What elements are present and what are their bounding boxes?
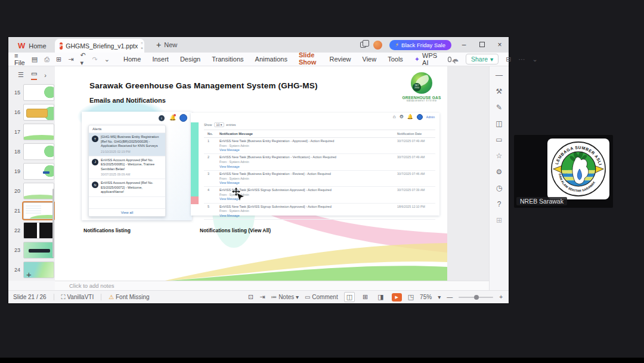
slide-thumb-image[interactable]	[23, 84, 54, 101]
slide-thumbnail-19[interactable]: 19	[8, 161, 55, 181]
font-missing-warning[interactable]: ⚠ Font Missing	[109, 294, 149, 300]
slide-sorter-button[interactable]: ⊞	[361, 293, 370, 302]
panel-collapse-icon[interactable]: ›	[44, 72, 47, 79]
slide-thumbnail-15[interactable]: 15	[8, 82, 55, 102]
outline-view-icon[interactable]: ☰	[18, 71, 24, 79]
print-icon[interactable]: ⎙	[44, 56, 49, 63]
file-menu[interactable]: ≡ File	[14, 52, 25, 66]
slide-thumbnail-21-selected[interactable]: 21	[8, 201, 55, 220]
slide-thumb-image[interactable]	[23, 143, 54, 160]
view-all-link: View all	[89, 208, 165, 216]
menu-item-home[interactable]: Home	[123, 54, 141, 64]
slide-number: 21	[12, 208, 20, 214]
slide-number: 23	[12, 247, 20, 253]
slide-view-icon[interactable]: ▭	[31, 70, 37, 80]
slide-thumbnail-20[interactable]: 20	[8, 181, 55, 201]
slide-thumb-image[interactable]	[23, 163, 54, 180]
account-avatar[interactable]	[373, 41, 382, 50]
slide-thumbnail-22[interactable]: 22	[8, 220, 55, 240]
wps-window: W Home P GHGMS_Briefing_v1.pptx ▫ * + Ne…	[8, 37, 509, 303]
task-window-icon[interactable]: ⊡	[248, 293, 253, 301]
rail-settings-icon[interactable]: ⚙	[496, 168, 503, 176]
slide-thumbnail-17[interactable]: 17	[8, 122, 55, 141]
handout-icon[interactable]: ⇥	[259, 293, 265, 301]
cell-message: EnViSS New Task [Business Entity Registr…	[219, 172, 397, 185]
sidebar-toggle-icon[interactable]: ⊟	[506, 56, 511, 63]
alert-text: EnViSS Account Approved [Ref No. ES/2025…	[101, 158, 162, 177]
rail-design-icon[interactable]: ✎	[496, 103, 502, 112]
zoom-out-button[interactable]: —	[447, 294, 453, 300]
rail-help-icon[interactable]: ?	[497, 200, 501, 208]
notes-bar[interactable]: Click to add notes	[55, 281, 489, 290]
participant-tile[interactable]: LEMBAGA SUMBER ASLI DAN ALAM SEKITAR SAR…	[514, 135, 613, 208]
quickbar-more-icon[interactable]: ⌄	[104, 56, 110, 63]
col-date: Notification Date	[397, 132, 435, 136]
slide-thumb-image[interactable]	[23, 104, 54, 121]
slide-thumb-image[interactable]	[23, 202, 54, 219]
menu-item-tools[interactable]: Tools	[387, 54, 404, 64]
window-layout-icon[interactable]	[360, 42, 366, 48]
zoom-dropdown-icon[interactable]: ▾	[438, 294, 441, 300]
print-preview-icon[interactable]: ⊞	[56, 56, 61, 63]
rail-tools-icon[interactable]: ⚒	[496, 87, 503, 96]
slide-indicator: Slide 21 / 26	[13, 294, 47, 300]
menu-item-transitions[interactable]: Transitions	[211, 54, 244, 64]
zoom-in-button[interactable]: +	[499, 294, 503, 300]
slide-number: 24	[12, 267, 20, 273]
collapse-ribbon-icon[interactable]: ⌄	[532, 56, 538, 63]
rail-apps-icon[interactable]: ⊞	[496, 216, 502, 224]
cell-no: 1	[204, 139, 219, 152]
rail-comment-icon[interactable]: ▭	[496, 136, 502, 144]
close-button[interactable]: ×	[494, 41, 505, 49]
reading-view-button[interactable]: ◨	[376, 293, 385, 302]
menu-item-design[interactable]: Design	[179, 54, 201, 64]
slide-canvas[interactable]: Sarawak Greenhouse Gas Management System…	[55, 66, 447, 281]
menu-item-insert[interactable]: Insert	[151, 54, 169, 64]
menu-item-review[interactable]: Review	[329, 54, 351, 64]
minimize-button[interactable]: –	[459, 41, 469, 49]
zoom-slider-knob[interactable]	[474, 295, 479, 300]
user-avatar-icon	[179, 114, 187, 122]
menu-item-wps-ai[interactable]: ✦ WPS AI	[414, 50, 438, 68]
zoom-level[interactable]: 75%	[420, 294, 432, 300]
slide-thumbnail-23[interactable]: 23	[8, 240, 55, 260]
notes-toggle[interactable]: ≔ Notes ▾	[271, 294, 299, 300]
normal-view-button[interactable]: ◫	[344, 292, 355, 302]
tab-home-label: Home	[29, 42, 46, 50]
rail-shapes-icon[interactable]: ◫	[496, 119, 502, 128]
add-slide-button[interactable]: +	[26, 269, 32, 279]
rail-star-icon[interactable]: ☆	[496, 152, 503, 160]
fit-slide-icon[interactable]: ◳	[408, 293, 414, 301]
zoom-slider[interactable]	[459, 297, 493, 298]
more-icon[interactable]: ⋯	[519, 56, 525, 63]
slide-thumbnail-18[interactable]: 18	[8, 141, 55, 161]
redo-icon[interactable]: ↷	[92, 56, 98, 63]
search-icon[interactable]	[448, 57, 451, 62]
alert-avatar: J	[92, 159, 98, 165]
cell-no: 3	[204, 172, 219, 185]
rail-history-icon[interactable]: ◷	[496, 184, 502, 192]
slideshow-play-button[interactable]: ▶	[392, 293, 402, 302]
theme-button[interactable]: ⛶ VanillaVTI	[61, 294, 94, 301]
cell-date: 30/7/2025 07:49 AM	[397, 155, 435, 168]
share-button[interactable]: Share ▾	[466, 54, 499, 64]
admin-label: Admin	[426, 115, 435, 119]
slide-thumb-image[interactable]	[23, 222, 54, 239]
panel-scrollbar[interactable]	[52, 189, 54, 257]
black-friday-button[interactable]: ⚡ Black Friday Sale	[389, 40, 451, 50]
comment-button[interactable]: ▭ Comment	[305, 294, 338, 300]
undo-icon[interactable]: ↶ ▾	[80, 51, 85, 67]
rail-collapse-icon[interactable]: —	[496, 71, 503, 79]
slide-thumb-image[interactable]	[23, 183, 54, 199]
slide-thumbnail-16[interactable]: 16	[8, 102, 55, 122]
save-icon[interactable]: ▤	[32, 56, 38, 63]
tab-home[interactable]: W Home	[12, 39, 52, 53]
menu-item-animations[interactable]: Animations	[255, 54, 288, 64]
slide-thumb-image[interactable]	[23, 242, 54, 259]
maximize-button[interactable]	[476, 41, 487, 49]
home-icon: ⌂	[393, 114, 396, 120]
slide-thumbnail-24[interactable]: 24	[8, 260, 55, 279]
slide-thumb-image[interactable]	[23, 124, 54, 140]
menu-item-view[interactable]: View	[362, 54, 377, 64]
export-icon[interactable]: ⇥	[68, 56, 73, 63]
